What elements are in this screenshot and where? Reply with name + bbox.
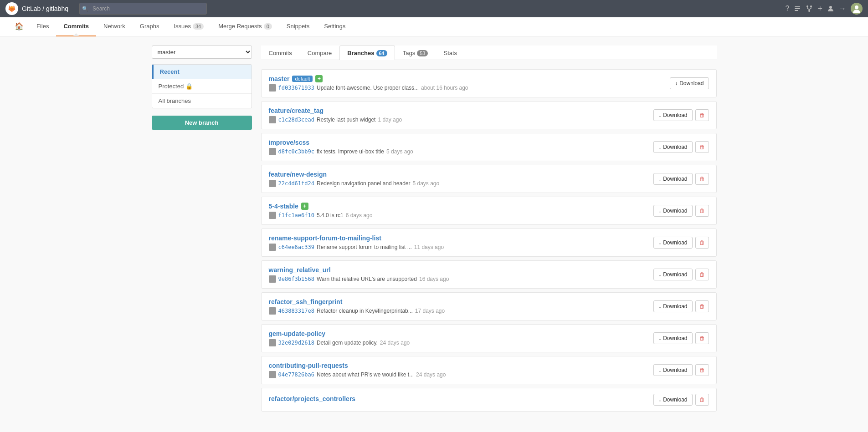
signout-icon[interactable]: →	[839, 5, 846, 13]
branch-name[interactable]: feature/new-design	[269, 171, 647, 178]
tab-commits[interactable]: Commits	[261, 46, 300, 60]
fork-icon[interactable]	[806, 5, 813, 12]
nav-merge-requests[interactable]: Merge Requests 0	[211, 17, 279, 36]
branch-actions: ↓ Download 🗑	[653, 394, 709, 406]
avatar[interactable]	[851, 3, 863, 15]
commit-hash[interactable]: fd033671933	[278, 85, 314, 91]
sidebar: master Recent Protected 🔒 All branches N…	[152, 46, 252, 415]
branch-name[interactable]: feature/create_tag	[269, 107, 647, 114]
branch-name[interactable]: gem-update-policy	[269, 330, 647, 337]
commit-message: Refactor cleanup in Key#fingerprintab...	[317, 308, 413, 314]
nav-commits[interactable]: Commits	[56, 17, 96, 36]
user-icon[interactable]	[827, 5, 834, 12]
commit-hash[interactable]: 463883317e8	[278, 308, 314, 314]
branch-info: improve/scss d8fc0c3bb9c fix tests. impr…	[269, 139, 647, 155]
download-branch-button[interactable]: ↓ Download	[653, 237, 692, 249]
svg-point-5	[808, 10, 810, 12]
commit-avatar	[269, 371, 276, 378]
download-icon: ↓	[658, 144, 661, 150]
delete-branch-button[interactable]: 🗑	[695, 269, 709, 280]
nav-settings[interactable]: Settings	[317, 17, 353, 36]
delete-branch-button[interactable]: 🗑	[695, 364, 709, 376]
brand-title[interactable]: GitLab / gitlabhq	[22, 5, 68, 12]
download-branch-button[interactable]: ↓ Download	[670, 77, 709, 89]
commit-time: 16 days ago	[419, 276, 449, 282]
plus-icon[interactable]: +	[817, 4, 822, 14]
delete-branch-button[interactable]: 🗑	[695, 141, 709, 153]
tab-compare[interactable]: Compare	[300, 46, 339, 60]
download-branch-button[interactable]: ↓ Download	[653, 205, 692, 217]
delete-branch-button[interactable]: 🗑	[695, 205, 709, 217]
download-branch-button[interactable]: ↓ Download	[653, 141, 692, 153]
download-branch-button[interactable]: ↓ Download	[653, 364, 692, 376]
commit-hash[interactable]: 9e86f3b1568	[278, 276, 314, 282]
branch-name[interactable]: rename-support-forum-to-mailing-list	[269, 234, 647, 242]
branch-name[interactable]: improve/scss	[269, 139, 647, 146]
branch-name[interactable]: contributing-pull-requests	[269, 362, 647, 369]
commit-hash[interactable]: 22c4d61fd24	[278, 180, 314, 187]
commit-time: about 16 hours ago	[421, 85, 468, 91]
download-icon: ↓	[658, 208, 661, 214]
nav-files[interactable]: Files	[29, 17, 56, 36]
branch-selector[interactable]: master	[152, 46, 252, 59]
branch-commit: 22c4d61fd24 Redesign navigation panel an…	[269, 180, 647, 187]
commit-hash[interactable]: 32e029d2618	[278, 340, 314, 346]
commit-hash[interactable]: c64ee6ac339	[278, 244, 314, 250]
download-branch-button[interactable]: ↓ Download	[653, 300, 692, 312]
branch-name[interactable]: refactor/projects_controllers	[269, 395, 647, 402]
branch-name[interactable]: master default+	[269, 75, 663, 82]
delete-branch-button[interactable]: 🗑	[695, 332, 709, 344]
tab-branches[interactable]: Branches 64	[339, 46, 395, 60]
branch-item: improve/scss d8fc0c3bb9c fix tests. impr…	[261, 133, 717, 161]
nav-graphs[interactable]: Graphs	[133, 17, 167, 36]
commit-message: Warn that relative URL's are unsupported	[317, 276, 417, 282]
branch-item: rename-support-forum-to-mailing-list c64…	[261, 229, 717, 257]
nav-snippets[interactable]: Snippets	[279, 17, 317, 36]
help-icon[interactable]: ?	[786, 5, 790, 13]
sidebar-nav-recent[interactable]: Recent	[152, 65, 252, 79]
download-icon: ↓	[658, 335, 661, 341]
sidebar-nav-all-branches[interactable]: All branches	[152, 94, 252, 108]
branch-actions: ↓ Download 🗑	[653, 205, 709, 217]
branch-info: refactor_ssh_fingerprint 463883317e8 Ref…	[269, 298, 647, 315]
search-container	[79, 3, 207, 15]
top-nav: GitLab / gitlabhq ? + →	[0, 0, 868, 17]
commit-hash[interactable]: d8fc0c3bb9c	[278, 148, 314, 155]
download-branch-button[interactable]: ↓ Download	[653, 109, 692, 121]
commit-hash[interactable]: 04e77826ba6	[278, 371, 314, 378]
search-input[interactable]	[79, 3, 207, 15]
tab-tags[interactable]: Tags 53	[395, 46, 436, 60]
content-wrapper: master Recent Protected 🔒 All branches N…	[143, 36, 726, 424]
commit-time: 1 day ago	[378, 117, 402, 123]
download-branch-button[interactable]: ↓ Download	[653, 173, 692, 185]
commit-hash[interactable]: c1c28d3cead	[278, 117, 314, 123]
nav-issues[interactable]: Issues 34	[166, 17, 211, 36]
gitlab-logo[interactable]	[5, 2, 18, 15]
download-icon: ↓	[658, 176, 661, 182]
download-branch-button[interactable]: ↓ Download	[653, 332, 692, 344]
download-branch-button[interactable]: ↓ Download	[653, 394, 692, 406]
nav-home[interactable]: 🏠	[9, 17, 29, 36]
top-nav-icons: ? + →	[786, 3, 863, 15]
branch-item: feature/create_tag c1c28d3cead Restyle l…	[261, 101, 717, 129]
commit-time: 24 days ago	[380, 340, 410, 346]
download-branch-button[interactable]: ↓ Download	[653, 269, 692, 280]
branch-info: rename-support-forum-to-mailing-list c64…	[269, 234, 647, 251]
commit-avatar	[269, 275, 276, 283]
badge-protected: +	[301, 203, 308, 210]
branch-name[interactable]: 5-4-stable +	[269, 203, 647, 210]
delete-branch-button[interactable]: 🗑	[695, 237, 709, 249]
delete-branch-button[interactable]: 🗑	[695, 300, 709, 312]
delete-branch-button[interactable]: 🗑	[695, 173, 709, 185]
commit-hash[interactable]: f1fc1ae6f10	[278, 212, 314, 219]
new-branch-button[interactable]: New branch	[152, 116, 252, 130]
delete-branch-button[interactable]: 🗑	[695, 394, 709, 406]
branch-actions: ↓ Download 🗑	[653, 332, 709, 344]
branch-name[interactable]: warning_relative_url	[269, 266, 647, 274]
sidebar-nav-protected[interactable]: Protected 🔒	[152, 79, 252, 94]
delete-branch-button[interactable]: 🗑	[695, 109, 709, 121]
nav-network[interactable]: Network	[96, 17, 133, 36]
branch-name[interactable]: refactor_ssh_fingerprint	[269, 298, 647, 305]
snippets-icon[interactable]	[794, 5, 801, 12]
tab-stats[interactable]: Stats	[436, 46, 465, 60]
